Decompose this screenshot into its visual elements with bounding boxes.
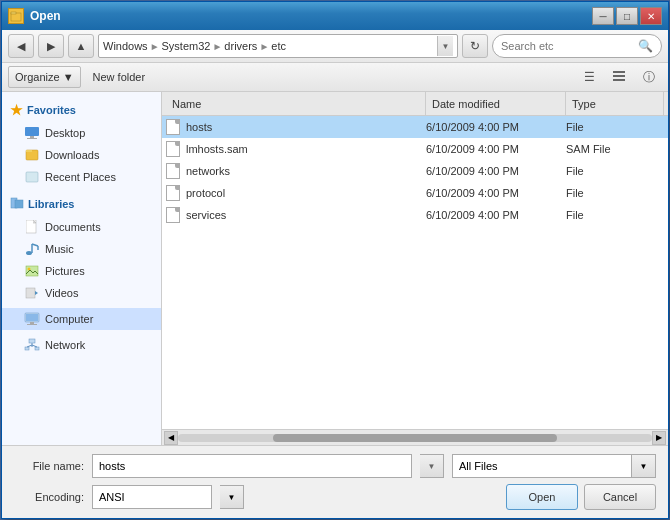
pictures-label: Pictures: [45, 265, 85, 277]
view-help-button[interactable]: ⓘ: [636, 66, 662, 88]
table-row[interactable]: networks 6/10/2009 4:00 PM File: [162, 160, 668, 182]
filename-dropdown[interactable]: ▼: [420, 454, 444, 478]
organize-toolbar: Organize ▼ New folder ☰ ⓘ: [2, 63, 668, 92]
up-button[interactable]: ▲: [68, 34, 94, 58]
refresh-button[interactable]: ↻: [462, 34, 488, 58]
organize-button[interactable]: Organize ▼: [8, 66, 81, 88]
encoding-left: Encoding: ANSI ▼: [14, 485, 244, 509]
col-header-type[interactable]: Type: [566, 92, 664, 115]
documents-icon: [24, 219, 40, 235]
sidebar-item-downloads[interactable]: Downloads: [2, 144, 161, 166]
libraries-label: Libraries: [28, 198, 74, 210]
pictures-icon: [24, 263, 40, 279]
libraries-section: Libraries Documents: [2, 192, 161, 304]
back-button[interactable]: ◀: [8, 34, 34, 58]
breadcrumb-system32[interactable]: System32: [162, 40, 211, 52]
svg-rect-18: [26, 266, 38, 276]
new-folder-button[interactable]: New folder: [89, 66, 150, 88]
table-row[interactable]: services 6/10/2009 4:00 PM File: [162, 204, 668, 226]
close-button[interactable]: ✕: [640, 7, 662, 25]
favorites-label: Favorites: [27, 104, 76, 116]
music-label: Music: [45, 243, 74, 255]
network-section: Network: [2, 334, 161, 356]
table-row[interactable]: protocol 6/10/2009 4:00 PM File: [162, 182, 668, 204]
address-dropdown[interactable]: ▼: [437, 36, 453, 56]
horizontal-scrollbar[interactable]: ◀ ▶: [162, 429, 668, 445]
file-list-header: Name Date modified Type: [162, 92, 668, 116]
sidebar-item-recent-places[interactable]: Recent Places: [2, 166, 161, 188]
file-name-cell: lmhosts.sam: [166, 141, 426, 157]
desktop-icon: [24, 125, 40, 141]
col-header-name[interactable]: Name: [166, 92, 426, 115]
filetype-arrow[interactable]: ▼: [632, 454, 656, 478]
videos-icon: [24, 285, 40, 301]
sidebar-item-desktop[interactable]: Desktop: [2, 122, 161, 144]
svg-rect-25: [27, 324, 37, 325]
address-toolbar: ◀ ▶ ▲ Windows ► System32 ► drivers ► etc…: [2, 30, 668, 63]
minimize-button[interactable]: ─: [592, 7, 614, 25]
breadcrumb-etc[interactable]: etc: [271, 40, 286, 52]
videos-label: Videos: [45, 287, 78, 299]
svg-rect-4: [613, 79, 625, 81]
file-type-cell: SAM File: [566, 143, 664, 155]
filename-input[interactable]: [92, 454, 412, 478]
cancel-button[interactable]: Cancel: [584, 484, 656, 510]
file-icon: [166, 163, 180, 179]
sidebar-item-videos[interactable]: Videos: [2, 282, 161, 304]
encoding-label: Encoding:: [14, 491, 84, 503]
search-icon[interactable]: 🔍: [638, 39, 653, 53]
table-row[interactable]: lmhosts.sam 6/10/2009 4:00 PM SAM File: [162, 138, 668, 160]
svg-line-16: [32, 244, 38, 246]
file-date-cell: 6/10/2009 4:00 PM: [426, 121, 566, 133]
breadcrumb-drivers[interactable]: drivers: [224, 40, 257, 52]
music-icon: [24, 241, 40, 257]
filetype-select[interactable]: All Files: [452, 454, 632, 478]
encoding-select[interactable]: ANSI: [92, 485, 212, 509]
bottom-section: File name: ▼ All Files ▼ Encoding: ANSI …: [2, 445, 668, 518]
view-controls: ☰ ⓘ: [576, 66, 662, 88]
favorites-header[interactable]: ★ Favorites: [2, 98, 161, 122]
file-date-cell: 6/10/2009 4:00 PM: [426, 187, 566, 199]
svg-rect-7: [27, 138, 37, 139]
scrollbar-thumb[interactable]: [273, 434, 557, 442]
sidebar-item-music[interactable]: Music: [2, 238, 161, 260]
filename-label: File name:: [14, 460, 84, 472]
breadcrumb-windows[interactable]: Windows: [103, 40, 148, 52]
recent-places-label: Recent Places: [45, 171, 116, 183]
svg-rect-6: [30, 136, 34, 138]
maximize-button[interactable]: □: [616, 7, 638, 25]
libraries-header[interactable]: Libraries: [2, 192, 161, 216]
documents-label: Documents: [45, 221, 101, 233]
sidebar-item-computer[interactable]: Computer: [2, 308, 161, 330]
encoding-arrow[interactable]: ▼: [220, 485, 244, 509]
view-list-button[interactable]: ☰: [576, 66, 602, 88]
svg-rect-23: [26, 314, 38, 321]
sidebar-item-documents[interactable]: Documents: [2, 216, 161, 238]
scrollbar-track: [178, 434, 652, 442]
view-details-button[interactable]: [606, 66, 632, 88]
table-row[interactable]: hosts 6/10/2009 4:00 PM File: [162, 116, 668, 138]
forward-button[interactable]: ▶: [38, 34, 64, 58]
file-date-cell: 6/10/2009 4:00 PM: [426, 209, 566, 221]
svg-rect-1: [11, 12, 16, 14]
scroll-right-button[interactable]: ▶: [652, 431, 666, 445]
col-header-date[interactable]: Date modified: [426, 92, 566, 115]
svg-rect-9: [26, 150, 32, 152]
sidebar-item-pictures[interactable]: Pictures: [2, 260, 161, 282]
svg-rect-24: [30, 322, 34, 324]
recent-places-icon: [24, 169, 40, 185]
sidebar-item-network[interactable]: Network: [2, 334, 161, 356]
svg-rect-28: [35, 347, 39, 350]
svg-rect-27: [25, 347, 29, 350]
open-dialog: Open ─ □ ✕ ◀ ▶ ▲ Windows ► System32 ► dr…: [1, 1, 669, 519]
favorites-star-icon: ★: [10, 102, 23, 118]
open-button[interactable]: Open: [506, 484, 578, 510]
file-type-cell: File: [566, 187, 664, 199]
sep2: ►: [212, 41, 222, 52]
search-input[interactable]: [501, 40, 634, 52]
network-icon: [24, 337, 40, 353]
file-icon: [166, 119, 180, 135]
svg-rect-3: [613, 75, 625, 77]
file-name: services: [186, 209, 226, 221]
scroll-left-button[interactable]: ◀: [164, 431, 178, 445]
